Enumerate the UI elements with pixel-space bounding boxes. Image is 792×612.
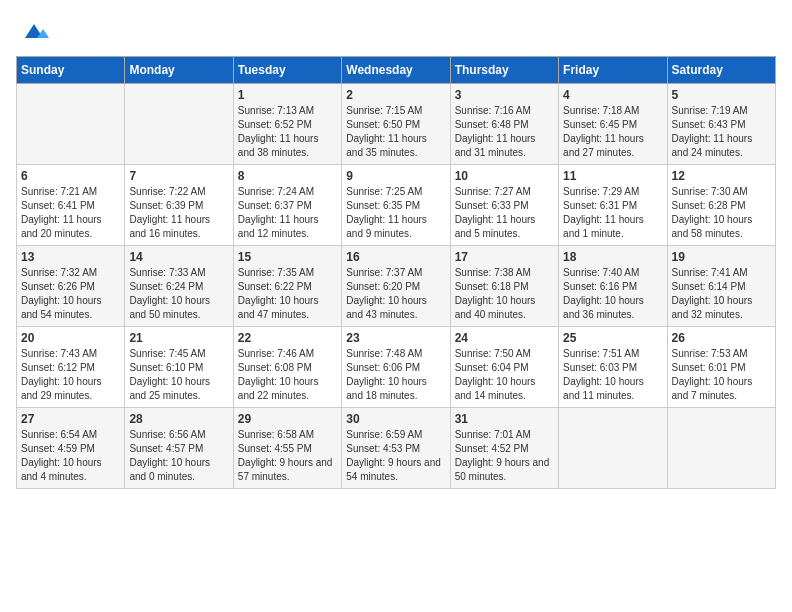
day-number: 20 (21, 331, 120, 345)
day-number: 21 (129, 331, 228, 345)
week-row-5: 27Sunrise: 6:54 AM Sunset: 4:59 PM Dayli… (17, 408, 776, 489)
calendar-cell: 31Sunrise: 7:01 AM Sunset: 4:52 PM Dayli… (450, 408, 558, 489)
cell-content: Sunrise: 7:46 AM Sunset: 6:08 PM Dayligh… (238, 347, 337, 403)
day-number: 3 (455, 88, 554, 102)
day-number: 24 (455, 331, 554, 345)
calendar-cell (17, 84, 125, 165)
cell-content: Sunrise: 7:25 AM Sunset: 6:35 PM Dayligh… (346, 185, 445, 241)
calendar-cell: 12Sunrise: 7:30 AM Sunset: 6:28 PM Dayli… (667, 165, 775, 246)
calendar-cell: 14Sunrise: 7:33 AM Sunset: 6:24 PM Dayli… (125, 246, 233, 327)
calendar-cell: 26Sunrise: 7:53 AM Sunset: 6:01 PM Dayli… (667, 327, 775, 408)
logo (16, 16, 49, 46)
weekday-header-tuesday: Tuesday (233, 57, 341, 84)
day-number: 15 (238, 250, 337, 264)
cell-content: Sunrise: 7:16 AM Sunset: 6:48 PM Dayligh… (455, 104, 554, 160)
calendar-cell: 21Sunrise: 7:45 AM Sunset: 6:10 PM Dayli… (125, 327, 233, 408)
calendar-cell: 28Sunrise: 6:56 AM Sunset: 4:57 PM Dayli… (125, 408, 233, 489)
cell-content: Sunrise: 6:56 AM Sunset: 4:57 PM Dayligh… (129, 428, 228, 484)
logo-icon (19, 16, 49, 46)
cell-content: Sunrise: 7:27 AM Sunset: 6:33 PM Dayligh… (455, 185, 554, 241)
calendar-cell: 20Sunrise: 7:43 AM Sunset: 6:12 PM Dayli… (17, 327, 125, 408)
calendar-cell: 17Sunrise: 7:38 AM Sunset: 6:18 PM Dayli… (450, 246, 558, 327)
day-number: 7 (129, 169, 228, 183)
weekday-header-thursday: Thursday (450, 57, 558, 84)
day-number: 2 (346, 88, 445, 102)
week-row-1: 1Sunrise: 7:13 AM Sunset: 6:52 PM Daylig… (17, 84, 776, 165)
day-number: 8 (238, 169, 337, 183)
day-number: 30 (346, 412, 445, 426)
day-number: 6 (21, 169, 120, 183)
cell-content: Sunrise: 7:41 AM Sunset: 6:14 PM Dayligh… (672, 266, 771, 322)
cell-content: Sunrise: 7:50 AM Sunset: 6:04 PM Dayligh… (455, 347, 554, 403)
week-row-3: 13Sunrise: 7:32 AM Sunset: 6:26 PM Dayli… (17, 246, 776, 327)
day-number: 29 (238, 412, 337, 426)
weekday-header-monday: Monday (125, 57, 233, 84)
cell-content: Sunrise: 6:58 AM Sunset: 4:55 PM Dayligh… (238, 428, 337, 484)
calendar-cell: 11Sunrise: 7:29 AM Sunset: 6:31 PM Dayli… (559, 165, 667, 246)
cell-content: Sunrise: 7:24 AM Sunset: 6:37 PM Dayligh… (238, 185, 337, 241)
calendar-cell: 29Sunrise: 6:58 AM Sunset: 4:55 PM Dayli… (233, 408, 341, 489)
calendar-cell: 6Sunrise: 7:21 AM Sunset: 6:41 PM Daylig… (17, 165, 125, 246)
cell-content: Sunrise: 7:19 AM Sunset: 6:43 PM Dayligh… (672, 104, 771, 160)
day-number: 25 (563, 331, 662, 345)
week-row-4: 20Sunrise: 7:43 AM Sunset: 6:12 PM Dayli… (17, 327, 776, 408)
calendar-cell: 13Sunrise: 7:32 AM Sunset: 6:26 PM Dayli… (17, 246, 125, 327)
calendar-cell: 19Sunrise: 7:41 AM Sunset: 6:14 PM Dayli… (667, 246, 775, 327)
day-number: 5 (672, 88, 771, 102)
day-number: 11 (563, 169, 662, 183)
calendar-cell: 4Sunrise: 7:18 AM Sunset: 6:45 PM Daylig… (559, 84, 667, 165)
day-number: 27 (21, 412, 120, 426)
calendar-cell: 27Sunrise: 6:54 AM Sunset: 4:59 PM Dayli… (17, 408, 125, 489)
cell-content: Sunrise: 7:30 AM Sunset: 6:28 PM Dayligh… (672, 185, 771, 241)
calendar-cell: 25Sunrise: 7:51 AM Sunset: 6:03 PM Dayli… (559, 327, 667, 408)
cell-content: Sunrise: 7:33 AM Sunset: 6:24 PM Dayligh… (129, 266, 228, 322)
day-number: 18 (563, 250, 662, 264)
calendar-cell: 18Sunrise: 7:40 AM Sunset: 6:16 PM Dayli… (559, 246, 667, 327)
cell-content: Sunrise: 6:54 AM Sunset: 4:59 PM Dayligh… (21, 428, 120, 484)
calendar-cell: 7Sunrise: 7:22 AM Sunset: 6:39 PM Daylig… (125, 165, 233, 246)
calendar-cell: 30Sunrise: 6:59 AM Sunset: 4:53 PM Dayli… (342, 408, 450, 489)
cell-content: Sunrise: 7:13 AM Sunset: 6:52 PM Dayligh… (238, 104, 337, 160)
calendar-cell: 22Sunrise: 7:46 AM Sunset: 6:08 PM Dayli… (233, 327, 341, 408)
cell-content: Sunrise: 7:21 AM Sunset: 6:41 PM Dayligh… (21, 185, 120, 241)
day-number: 23 (346, 331, 445, 345)
weekday-header-saturday: Saturday (667, 57, 775, 84)
calendar-body: 1Sunrise: 7:13 AM Sunset: 6:52 PM Daylig… (17, 84, 776, 489)
day-number: 14 (129, 250, 228, 264)
day-number: 16 (346, 250, 445, 264)
calendar-cell: 3Sunrise: 7:16 AM Sunset: 6:48 PM Daylig… (450, 84, 558, 165)
calendar-cell: 5Sunrise: 7:19 AM Sunset: 6:43 PM Daylig… (667, 84, 775, 165)
calendar-cell: 8Sunrise: 7:24 AM Sunset: 6:37 PM Daylig… (233, 165, 341, 246)
cell-content: Sunrise: 7:35 AM Sunset: 6:22 PM Dayligh… (238, 266, 337, 322)
cell-content: Sunrise: 7:15 AM Sunset: 6:50 PM Dayligh… (346, 104, 445, 160)
weekday-header-sunday: Sunday (17, 57, 125, 84)
calendar-cell (667, 408, 775, 489)
cell-content: Sunrise: 7:37 AM Sunset: 6:20 PM Dayligh… (346, 266, 445, 322)
day-number: 28 (129, 412, 228, 426)
page-header (16, 16, 776, 46)
day-number: 1 (238, 88, 337, 102)
cell-content: Sunrise: 7:40 AM Sunset: 6:16 PM Dayligh… (563, 266, 662, 322)
week-row-2: 6Sunrise: 7:21 AM Sunset: 6:41 PM Daylig… (17, 165, 776, 246)
weekday-header-friday: Friday (559, 57, 667, 84)
calendar-cell: 16Sunrise: 7:37 AM Sunset: 6:20 PM Dayli… (342, 246, 450, 327)
day-number: 17 (455, 250, 554, 264)
calendar-cell: 10Sunrise: 7:27 AM Sunset: 6:33 PM Dayli… (450, 165, 558, 246)
calendar-cell (559, 408, 667, 489)
cell-content: Sunrise: 7:32 AM Sunset: 6:26 PM Dayligh… (21, 266, 120, 322)
cell-content: Sunrise: 7:18 AM Sunset: 6:45 PM Dayligh… (563, 104, 662, 160)
cell-content: Sunrise: 7:01 AM Sunset: 4:52 PM Dayligh… (455, 428, 554, 484)
day-number: 19 (672, 250, 771, 264)
calendar-cell (125, 84, 233, 165)
weekday-header-row: SundayMondayTuesdayWednesdayThursdayFrid… (17, 57, 776, 84)
cell-content: Sunrise: 7:53 AM Sunset: 6:01 PM Dayligh… (672, 347, 771, 403)
day-number: 4 (563, 88, 662, 102)
calendar-cell: 2Sunrise: 7:15 AM Sunset: 6:50 PM Daylig… (342, 84, 450, 165)
calendar-cell: 15Sunrise: 7:35 AM Sunset: 6:22 PM Dayli… (233, 246, 341, 327)
cell-content: Sunrise: 7:45 AM Sunset: 6:10 PM Dayligh… (129, 347, 228, 403)
weekday-header-wednesday: Wednesday (342, 57, 450, 84)
day-number: 13 (21, 250, 120, 264)
cell-content: Sunrise: 7:48 AM Sunset: 6:06 PM Dayligh… (346, 347, 445, 403)
cell-content: Sunrise: 7:29 AM Sunset: 6:31 PM Dayligh… (563, 185, 662, 241)
day-number: 12 (672, 169, 771, 183)
